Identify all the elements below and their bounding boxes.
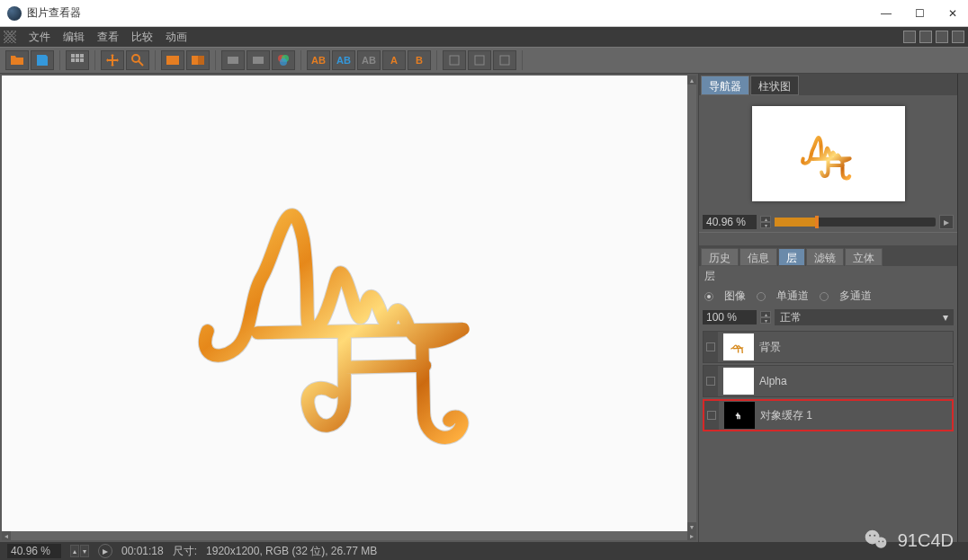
compare-b-button[interactable]: [186, 50, 210, 70]
tab-stereo[interactable]: 立体: [845, 248, 883, 266]
channel-r-button[interactable]: [246, 50, 270, 70]
open-folder-button[interactable]: [5, 50, 29, 70]
scroll-right-arrow[interactable]: ▸: [687, 531, 696, 540]
radio-image[interactable]: [704, 292, 713, 301]
layer-visibility-toggle[interactable]: [704, 366, 718, 396]
svg-rect-10: [475, 56, 484, 65]
extra-3-button[interactable]: [493, 50, 516, 70]
svg-rect-1: [166, 56, 179, 65]
layer-name: 背景: [759, 340, 953, 355]
minimize-button[interactable]: —: [877, 7, 895, 20]
vertical-scrollbar[interactable]: ▴ ▾: [687, 76, 696, 531]
main-area: ▴ ▾ ◂ ▸ 导航器 柱状图 40.96 % ▴▾: [0, 74, 968, 542]
navigator-tabs: 导航器 柱状图: [699, 74, 957, 95]
layout-icon-1[interactable]: [903, 31, 916, 43]
channel-rgb-button[interactable]: [272, 50, 295, 70]
menu-edit[interactable]: 编辑: [63, 30, 85, 45]
layer-visibility-toggle[interactable]: [704, 401, 719, 430]
radio-single[interactable]: [757, 292, 766, 301]
set-b-button[interactable]: B: [408, 50, 431, 70]
menu-file[interactable]: 文件: [29, 30, 50, 45]
menu-animation[interactable]: 动画: [166, 30, 187, 45]
layout-icon-2[interactable]: [919, 31, 932, 43]
side-panel: 导航器 柱状图 40.96 % ▴▾ ▸ 历史 信息 层 滤镜 立体 层 图: [698, 74, 957, 542]
zoom-stepper[interactable]: ▴▾: [760, 216, 771, 228]
ab-compare-button[interactable]: AB: [307, 50, 330, 70]
move-button[interactable]: [101, 50, 124, 70]
opacity-input[interactable]: 100 %: [703, 310, 757, 324]
svg-rect-2: [192, 56, 198, 65]
status-zoom[interactable]: 40.96 %: [7, 544, 61, 558]
close-button[interactable]: ✕: [945, 7, 961, 20]
tab-histogram[interactable]: 柱状图: [750, 76, 799, 95]
layer-item-object-buffer[interactable]: 对象缓存 1: [703, 399, 954, 431]
info-tabs: 历史 信息 层 滤镜 立体: [699, 246, 957, 266]
svg-rect-11: [500, 56, 509, 65]
ab-diff-button[interactable]: AB: [357, 50, 381, 70]
menu-grip-icon: [4, 31, 16, 43]
panel-divider[interactable]: [699, 232, 957, 246]
status-zoom-stepper[interactable]: ▴▾: [70, 545, 89, 557]
zoom-slider[interactable]: [775, 218, 936, 227]
maximize-button[interactable]: ☐: [911, 7, 928, 20]
tab-layer[interactable]: 层: [778, 248, 805, 266]
set-a-button[interactable]: A: [382, 50, 406, 70]
menu-view[interactable]: 查看: [97, 30, 119, 45]
svg-rect-9: [450, 56, 459, 65]
tab-navigator[interactable]: 导航器: [701, 76, 749, 95]
svg-point-13: [875, 538, 886, 548]
layout-icon-4[interactable]: [952, 31, 964, 43]
status-bar: 40.96 % ▴▾ ▸ 00:01:18 尺寸: 1920x1200, RGB…: [0, 542, 968, 560]
layer-item-bg[interactable]: 背景: [703, 331, 954, 363]
radio-multi[interactable]: [820, 292, 829, 301]
tab-history[interactable]: 历史: [701, 248, 739, 266]
layer-thumbnail: [723, 368, 754, 395]
app-icon: [7, 6, 22, 21]
layer-panel-header: 层: [699, 266, 957, 287]
render-viewport[interactable]: [2, 76, 687, 531]
navigator-thumbnail: [752, 106, 905, 201]
blend-row: 100 % ▴▾ 正常 ▾: [699, 309, 957, 329]
channel-l-button[interactable]: [221, 50, 245, 70]
window-title: 图片查看器: [27, 5, 877, 21]
compare-a-button[interactable]: [161, 50, 184, 70]
extra-1-button[interactable]: [443, 50, 466, 70]
scroll-left-arrow[interactable]: ◂: [2, 531, 11, 540]
side-strip: [957, 74, 968, 542]
scroll-up-arrow[interactable]: ▴: [687, 76, 696, 84]
menu-right-icons: [903, 31, 964, 43]
ab-swap-button[interactable]: AB: [332, 50, 355, 70]
opacity-stepper[interactable]: ▴▾: [760, 311, 771, 324]
navigator-preview[interactable]: [699, 95, 957, 212]
svg-point-16: [878, 540, 880, 542]
layer-item-alpha[interactable]: Alpha: [703, 365, 954, 397]
chevron-down-icon: ▾: [943, 311, 948, 324]
layer-visibility-toggle[interactable]: [704, 332, 718, 362]
scroll-down-arrow[interactable]: ▾: [687, 522, 696, 531]
layer-name: Alpha: [759, 375, 953, 387]
extra-2-button[interactable]: [468, 50, 491, 70]
grid-button[interactable]: [66, 50, 89, 70]
svg-rect-3: [198, 56, 204, 65]
watermark-text: 91C4D: [898, 530, 954, 551]
tab-info[interactable]: 信息: [739, 248, 777, 266]
svg-point-17: [882, 540, 883, 542]
horizontal-scrollbar[interactable]: ◂ ▸: [2, 531, 696, 540]
zoom-button[interactable]: [126, 50, 149, 70]
layout-icon-3[interactable]: [936, 31, 948, 43]
radio-single-label: 单通道: [776, 289, 809, 304]
save-button[interactable]: [31, 50, 54, 70]
svg-point-8: [280, 58, 287, 66]
svg-point-14: [869, 535, 871, 537]
menu-compare[interactable]: 比较: [131, 30, 153, 45]
layer-thumbnail: [724, 402, 755, 429]
status-dimensions-label: 尺寸:: [173, 544, 197, 559]
status-play-button[interactable]: ▸: [98, 544, 112, 558]
status-info: 1920x1200, RGB (32 位), 26.77 MB: [206, 544, 377, 559]
zoom-input[interactable]: 40.96 %: [703, 215, 757, 229]
tab-filter[interactable]: 滤镜: [806, 248, 844, 266]
zoom-play-button[interactable]: ▸: [939, 215, 954, 229]
zoom-row: 40.96 % ▴▾ ▸: [699, 212, 957, 232]
svg-rect-4: [228, 57, 238, 64]
blend-mode-select[interactable]: 正常 ▾: [775, 309, 954, 325]
